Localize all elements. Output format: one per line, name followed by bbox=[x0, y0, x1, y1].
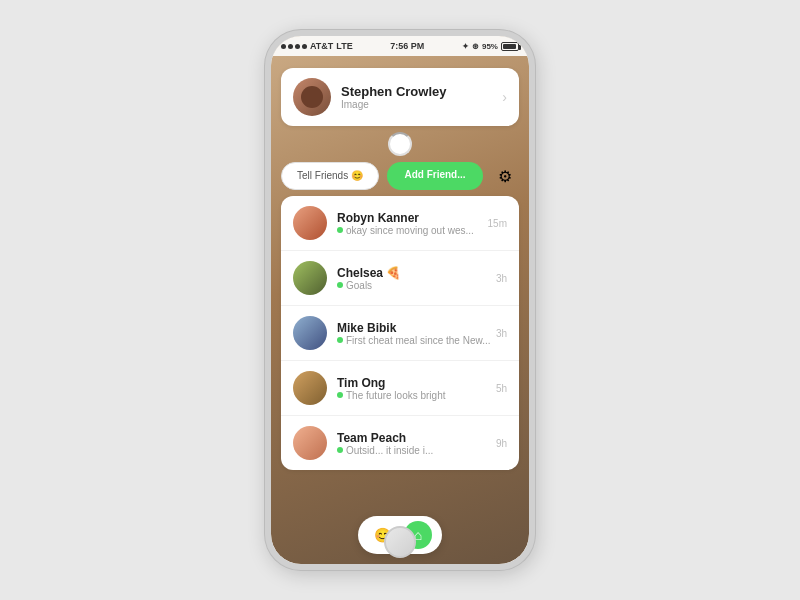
status-left: AT&T LTE bbox=[281, 41, 353, 51]
profile-card[interactable]: Stephen Crowley Image › bbox=[281, 68, 519, 126]
battery-fill bbox=[503, 44, 516, 49]
network-label: LTE bbox=[336, 41, 352, 51]
avatar bbox=[293, 78, 331, 116]
action-row: Tell Friends 😊 Add Friend... ⚙ bbox=[281, 162, 519, 190]
screen: AT&T LTE 7:56 PM ✦ ⊛ 95% bbox=[271, 36, 529, 564]
loading-spinner bbox=[388, 132, 412, 156]
signal-dot-3 bbox=[295, 44, 300, 49]
friend-status-text: The future looks bright bbox=[346, 390, 446, 401]
friend-name: Tim Ong bbox=[337, 376, 490, 390]
profile-subtitle: Image bbox=[341, 99, 446, 110]
friend-name: Team Peach bbox=[337, 431, 490, 445]
phone-shell: AT&T LTE 7:56 PM ✦ ⊛ 95% bbox=[265, 30, 535, 570]
signal-dot-2 bbox=[288, 44, 293, 49]
friend-time: 3h bbox=[496, 273, 507, 284]
signal-dot-4 bbox=[302, 44, 307, 49]
online-indicator bbox=[337, 392, 343, 398]
content-area: Stephen Crowley Image › Tell Friends 😊 A… bbox=[271, 56, 529, 564]
friend-time: 15m bbox=[488, 218, 507, 229]
friend-status-text: First cheat meal since the New... bbox=[346, 335, 490, 346]
friend-avatar bbox=[293, 426, 327, 460]
online-indicator bbox=[337, 337, 343, 343]
friend-info: Mike Bibik First cheat meal since the Ne… bbox=[337, 321, 490, 346]
friend-status: okay since moving out wes... bbox=[337, 225, 482, 236]
list-item[interactable]: Tim Ong The future looks bright 5h bbox=[281, 361, 519, 416]
friend-info: Chelsea 🍕 Goals bbox=[337, 266, 490, 291]
status-right: ✦ ⊛ 95% bbox=[462, 42, 519, 51]
wifi-icon: ⊛ bbox=[472, 42, 479, 51]
friend-status: First cheat meal since the New... bbox=[337, 335, 490, 346]
status-bar: AT&T LTE 7:56 PM ✦ ⊛ 95% bbox=[271, 36, 529, 56]
time-label: 7:56 PM bbox=[390, 41, 424, 51]
friend-time: 9h bbox=[496, 438, 507, 449]
battery-icon bbox=[501, 42, 519, 51]
add-friend-button[interactable]: Add Friend... bbox=[387, 162, 483, 190]
friend-avatar bbox=[293, 316, 327, 350]
friend-name: Robyn Kanner bbox=[337, 211, 482, 225]
friend-status: Goals bbox=[337, 280, 490, 291]
list-item[interactable]: Team Peach Outsid... it inside i... 9h bbox=[281, 416, 519, 470]
online-indicator bbox=[337, 447, 343, 453]
list-item[interactable]: Mike Bibik First cheat meal since the Ne… bbox=[281, 306, 519, 361]
friend-status: The future looks bright bbox=[337, 390, 490, 401]
signal-dot-1 bbox=[281, 44, 286, 49]
friend-status-text: Goals bbox=[346, 280, 372, 291]
carrier-label: AT&T bbox=[310, 41, 333, 51]
friends-list: Robyn Kanner okay since moving out wes..… bbox=[281, 196, 519, 470]
online-indicator bbox=[337, 282, 343, 288]
avatar-silhouette bbox=[301, 86, 323, 108]
friend-avatar bbox=[293, 206, 327, 240]
friend-status-text: Outsid... it inside i... bbox=[346, 445, 433, 456]
friend-name: Chelsea 🍕 bbox=[337, 266, 490, 280]
chevron-right-icon: › bbox=[502, 89, 507, 105]
list-item[interactable]: Robyn Kanner okay since moving out wes..… bbox=[281, 196, 519, 251]
tell-friends-button[interactable]: Tell Friends 😊 bbox=[281, 162, 379, 190]
friend-info: Team Peach Outsid... it inside i... bbox=[337, 431, 490, 456]
friend-time: 5h bbox=[496, 383, 507, 394]
friend-time: 3h bbox=[496, 328, 507, 339]
profile-info: Stephen Crowley Image bbox=[341, 84, 446, 110]
home-button[interactable] bbox=[384, 526, 416, 558]
profile-name: Stephen Crowley bbox=[341, 84, 446, 99]
profile-left: Stephen Crowley Image bbox=[293, 78, 446, 116]
friend-status: Outsid... it inside i... bbox=[337, 445, 490, 456]
friend-avatar bbox=[293, 371, 327, 405]
bluetooth-icon: ✦ bbox=[462, 42, 469, 51]
signal-dots bbox=[281, 44, 307, 49]
friend-info: Tim Ong The future looks bright bbox=[337, 376, 490, 401]
battery-percent: 95% bbox=[482, 42, 498, 51]
friend-name: Mike Bibik bbox=[337, 321, 490, 335]
list-item[interactable]: Chelsea 🍕 Goals 3h bbox=[281, 251, 519, 306]
friend-avatar bbox=[293, 261, 327, 295]
settings-icon[interactable]: ⚙ bbox=[491, 162, 519, 190]
avatar-image bbox=[293, 78, 331, 116]
spinner-area bbox=[271, 132, 529, 156]
online-indicator bbox=[337, 227, 343, 233]
friend-info: Robyn Kanner okay since moving out wes..… bbox=[337, 211, 482, 236]
friend-status-text: okay since moving out wes... bbox=[346, 225, 474, 236]
